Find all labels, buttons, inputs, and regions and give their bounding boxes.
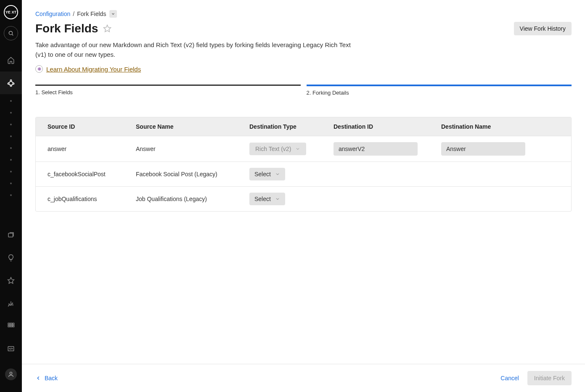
table-header: Source ID Source Name Destination Type D… <box>36 117 571 136</box>
dest-type-select[interactable]: Rich Text (v2) <box>249 143 306 155</box>
chevron-down-icon <box>295 146 300 151</box>
dest-name-input[interactable] <box>441 142 525 156</box>
back-label: Back <box>45 375 58 381</box>
svg-line-9 <box>11 84 13 85</box>
svg-line-1 <box>12 34 13 36</box>
breadcrumb-current: Fork Fields <box>77 11 106 17</box>
svg-line-6 <box>8 81 11 83</box>
step-1[interactable]: 1. Select Fields <box>35 85 301 96</box>
learn-link[interactable]: Learn About Migrating Your Fields <box>46 66 141 73</box>
dest-type-value: Select <box>254 196 271 202</box>
th-dest-name: Destination Name <box>429 117 537 136</box>
footer-bar: Back Cancel Initiate Fork <box>22 364 585 392</box>
dest-type-select[interactable]: Select <box>249 193 285 205</box>
svg-point-0 <box>9 31 12 34</box>
th-dest-type: Destination Type <box>238 117 322 136</box>
breadcrumb: Configuration / Fork Fields <box>35 10 572 18</box>
table-row: c_jobQualifications Job Qualifications (… <box>36 186 571 211</box>
nav-favorites[interactable] <box>0 269 22 292</box>
main-content: Configuration / Fork Fields Fork Fields … <box>22 0 585 392</box>
dest-id-input[interactable] <box>334 142 418 156</box>
search-icon <box>8 30 14 36</box>
sidebar-dot[interactable] <box>10 100 12 102</box>
code-icon <box>7 345 15 352</box>
dest-type-value: Select <box>254 171 271 177</box>
svg-rect-10 <box>8 233 13 237</box>
sidebar: YE XT <box>0 0 22 392</box>
hint-icon: ❋ <box>35 65 43 73</box>
view-fork-history-button[interactable]: View Fork History <box>514 22 572 35</box>
sidebar-dot[interactable] <box>10 183 12 184</box>
th-dest-id: Destination ID <box>322 117 429 136</box>
svg-rect-18 <box>8 326 10 327</box>
cell-source-name: Answer <box>124 140 238 158</box>
chevron-down-icon <box>275 172 280 177</box>
svg-rect-16 <box>11 323 12 325</box>
chevron-down-icon <box>275 196 280 201</box>
table-row: answer Answer Rich Text (v2) <box>36 136 571 162</box>
breadcrumb-root[interactable]: Configuration <box>35 11 70 17</box>
favorite-toggle[interactable] <box>103 24 111 33</box>
svg-rect-15 <box>8 323 10 325</box>
star-icon <box>7 277 15 284</box>
step-1-label: 1. Select Fields <box>35 89 301 95</box>
step-2[interactable]: 2. Forking Details <box>307 85 572 96</box>
svg-point-23 <box>10 372 12 374</box>
sidebar-dot[interactable] <box>10 124 12 125</box>
svg-marker-24 <box>104 25 111 32</box>
svg-point-2 <box>10 80 11 81</box>
cell-source-name: Facebook Social Post (Legacy) <box>124 165 238 183</box>
svg-line-7 <box>11 81 13 83</box>
nav-home[interactable] <box>0 49 22 72</box>
svg-line-22 <box>11 348 11 350</box>
breadcrumb-sep: / <box>73 11 74 17</box>
stepper: 1. Select Fields 2. Forking Details <box>35 85 572 96</box>
sidebar-dot[interactable] <box>10 194 12 196</box>
initiate-fork-button[interactable]: Initiate Fork <box>527 371 572 385</box>
th-source-name: Source Name <box>124 117 238 136</box>
nav-apps[interactable] <box>0 315 22 337</box>
cancel-button[interactable]: Cancel <box>500 375 519 381</box>
dest-type-select[interactable]: Select <box>249 168 285 180</box>
user-avatar[interactable] <box>5 368 17 380</box>
lightbulb-icon <box>7 254 15 262</box>
pages-icon <box>7 231 15 239</box>
chevron-left-icon <box>35 375 41 381</box>
cell-source-id: c_jobQualifications <box>36 190 124 208</box>
brand-logo[interactable]: YE XT <box>4 5 18 19</box>
grid-icon <box>7 322 15 330</box>
table-row: c_facebookSocialPost Facebook Social Pos… <box>36 162 571 186</box>
analytics-icon <box>7 299 15 307</box>
nav-ideas[interactable] <box>0 246 22 269</box>
svg-rect-19 <box>11 326 12 327</box>
sidebar-dot[interactable] <box>10 147 12 149</box>
graph-icon <box>7 79 15 87</box>
sidebar-sub-items <box>10 94 12 202</box>
nav-analytics[interactable] <box>0 292 22 315</box>
home-icon <box>7 56 15 64</box>
fields-table: Source ID Source Name Destination Type D… <box>35 117 572 212</box>
search-button[interactable] <box>4 26 18 40</box>
sidebar-dot[interactable] <box>10 135 12 137</box>
step-2-label: 2. Forking Details <box>307 90 572 96</box>
sidebar-dot[interactable] <box>10 171 12 172</box>
star-outline-icon <box>103 24 111 33</box>
sidebar-dot[interactable] <box>10 159 12 161</box>
nav-graph[interactable] <box>0 72 22 94</box>
svg-rect-17 <box>13 323 14 325</box>
dest-type-value: Rich Text (v2) <box>255 146 291 152</box>
cell-source-id: answer <box>36 140 124 158</box>
sidebar-dot[interactable] <box>10 112 12 114</box>
cell-source-id: c_facebookSocialPost <box>36 165 124 183</box>
page-description: Take advantage of our new Markdown and R… <box>35 40 359 59</box>
breadcrumb-dropdown[interactable] <box>109 10 117 18</box>
nav-pages[interactable] <box>0 224 22 246</box>
page-title: Fork Fields <box>35 22 98 35</box>
th-source-id: Source ID <box>36 117 124 136</box>
chevron-down-icon <box>111 12 115 16</box>
cell-source-name: Job Qualifications (Legacy) <box>124 190 238 208</box>
svg-rect-20 <box>13 326 14 327</box>
svg-marker-11 <box>8 278 14 283</box>
back-button[interactable]: Back <box>35 375 58 381</box>
nav-developer[interactable] <box>0 337 22 360</box>
